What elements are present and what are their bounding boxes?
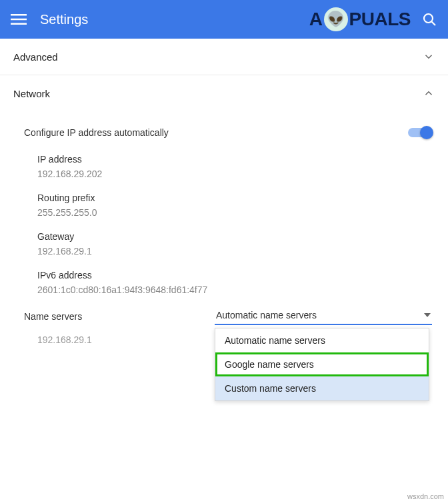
name-servers-row: Name servers Automatic name servers Auto… bbox=[0, 302, 448, 328]
brand-mascot-icon bbox=[324, 7, 348, 31]
section-network-label: Network bbox=[13, 88, 50, 99]
chevron-down-icon bbox=[423, 51, 435, 63]
routing-prefix-label: Routing prefix bbox=[37, 193, 432, 203]
section-advanced-label: Advanced bbox=[13, 51, 58, 63]
ip-address-field: IP address 192.168.29.202 bbox=[0, 147, 448, 186]
name-servers-selected: Automatic name servers bbox=[216, 310, 317, 320]
brand-logo: A PUALS bbox=[309, 7, 411, 31]
svg-line-4 bbox=[432, 22, 436, 26]
ip-address-label: IP address bbox=[37, 154, 432, 165]
ipv6-label: IPv6 address bbox=[37, 270, 432, 280]
svg-rect-2 bbox=[11, 23, 27, 25]
name-servers-select[interactable]: Automatic name servers bbox=[215, 307, 432, 325]
dropdown-option-custom[interactable]: Custom name servers bbox=[215, 376, 429, 400]
svg-rect-0 bbox=[11, 14, 27, 16]
routing-prefix-field: Routing prefix 255.255.255.0 bbox=[0, 186, 448, 225]
app-header: Settings A PUALS bbox=[0, 0, 448, 39]
gateway-label: Gateway bbox=[37, 231, 432, 242]
dropdown-option-automatic[interactable]: Automatic name servers bbox=[215, 328, 429, 352]
svg-rect-1 bbox=[11, 19, 27, 21]
ipv6-field: IPv6 address 2601:1c0:cd80:16a1:94f3:964… bbox=[0, 263, 448, 302]
section-network[interactable]: Network bbox=[0, 75, 448, 111]
gateway-field: Gateway 192.168.29.1 bbox=[0, 225, 448, 263]
network-panel: Configure IP address automatically IP ad… bbox=[0, 111, 448, 358]
ip-address-value: 192.168.29.202 bbox=[37, 169, 432, 179]
brand-suffix: PUALS bbox=[349, 9, 411, 30]
configure-ip-auto-row: Configure IP address automatically bbox=[0, 118, 448, 147]
configure-ip-auto-toggle[interactable] bbox=[408, 128, 432, 137]
name-servers-label: Name servers bbox=[24, 311, 215, 322]
configure-ip-auto-label: Configure IP address automatically bbox=[24, 127, 169, 138]
ipv6-value: 2601:1c0:cd80:16a1:94f3:9648:fd61:4f77 bbox=[37, 284, 432, 295]
gateway-value: 192.168.29.1 bbox=[37, 246, 432, 256]
section-advanced[interactable]: Advanced bbox=[0, 39, 448, 75]
dropdown-arrow-icon bbox=[424, 313, 431, 317]
watermark: wsxdn.com bbox=[407, 492, 444, 500]
menu-icon[interactable] bbox=[11, 11, 27, 27]
svg-point-3 bbox=[424, 14, 433, 23]
brand-prefix: A bbox=[309, 9, 323, 30]
search-icon[interactable] bbox=[421, 11, 437, 27]
name-servers-dropdown: Automatic name servers Google name serve… bbox=[215, 328, 429, 401]
dropdown-option-google[interactable]: Google name servers bbox=[215, 352, 429, 376]
routing-prefix-value: 255.255.255.0 bbox=[37, 207, 432, 218]
chevron-up-icon bbox=[423, 87, 435, 99]
